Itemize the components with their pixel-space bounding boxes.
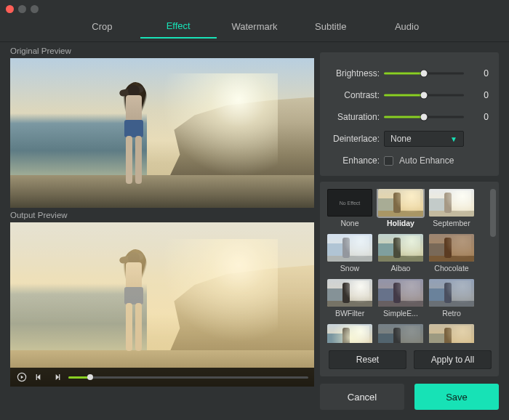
reset-button[interactable]: Reset — [329, 350, 406, 369]
filter-raindrop[interactable]: RainDrop — [378, 324, 423, 343]
contrast-label: Contrast: — [330, 90, 384, 100]
contrast-value: 0 — [464, 90, 489, 100]
filter-simplee[interactable]: SimpleE... — [378, 279, 423, 320]
filter-bwfilter[interactable]: BWFilter — [327, 279, 372, 320]
filter-holiday-thumb — [378, 189, 423, 217]
window-close-icon[interactable] — [6, 5, 14, 13]
contrast-row: Contrast: 0 — [330, 84, 489, 106]
prev-frame-button[interactable] — [33, 371, 45, 383]
filter-snow[interactable]: Snow — [327, 234, 372, 275]
original-preview-label: Original Preview — [10, 44, 313, 58]
brightness-label: Brightness: — [330, 68, 384, 78]
auto-enhance-checkbox[interactable] — [384, 156, 393, 166]
saturation-label: Saturation: — [330, 112, 384, 122]
filter-chocolate-label: Chocolate — [429, 262, 474, 272]
window-minimize-icon[interactable] — [18, 5, 26, 13]
brightness-row: Brightness: 0 — [330, 62, 489, 84]
filter-september-label: September — [429, 217, 474, 227]
chevron-down-icon: ▼ — [450, 135, 457, 143]
svg-rect-1 — [36, 374, 37, 380]
filters-scrollbar[interactable] — [490, 189, 496, 336]
filters-panel: No Effect None Holiday September — [320, 182, 499, 376]
auto-enhance-label: Auto Enhance — [399, 156, 454, 166]
preview-column: Original Preview Output Preview — [0, 42, 320, 420]
filter-glow[interactable]: Glow — [327, 324, 372, 343]
filter-september[interactable]: September — [429, 189, 474, 230]
tab-effect[interactable]: Effect — [140, 20, 217, 39]
filter-simplee-label: SimpleE... — [378, 307, 423, 318]
enhance-row: Enhance: Auto Enhance — [330, 150, 489, 171]
footer-actions: Cancel Save — [320, 376, 509, 420]
filter-bwfilter-label: BWFilter — [327, 307, 372, 318]
cancel-button[interactable]: Cancel — [320, 384, 404, 410]
deinterlace-selected: None — [390, 134, 412, 144]
apply-to-all-button[interactable]: Apply to All — [414, 350, 492, 369]
transport-bar — [10, 368, 314, 387]
adjustments-panel: Brightness: 0 Contrast: 0 Saturation: — [320, 52, 499, 176]
tab-crop[interactable]: Crop — [64, 21, 140, 38]
filter-fuzzyimg[interactable]: FuzzyImg — [429, 324, 474, 343]
filter-aibao[interactable]: Aibao — [378, 234, 423, 275]
filters-wrap: No Effect None Holiday September — [320, 182, 499, 376]
tab-subtitle[interactable]: Subtitle — [292, 21, 369, 38]
enhance-label: Enhance: — [330, 156, 384, 166]
filter-holiday[interactable]: Holiday — [378, 189, 423, 230]
deinterlace-label: Deinterlace: — [330, 134, 384, 144]
filter-aibao-label: Aibao — [378, 262, 423, 272]
filter-none-label: None — [327, 217, 372, 227]
original-scene — [10, 58, 314, 208]
body: Original Preview Output Preview — [0, 42, 509, 420]
seek-bar[interactable] — [68, 376, 308, 379]
tab-watermark[interactable]: Watermark — [217, 21, 293, 38]
deinterlace-row: Deinterlace: None ▼ — [330, 128, 489, 150]
saturation-value: 0 — [464, 112, 489, 122]
filter-retro-label: Retro — [429, 307, 474, 318]
filter-actions: Reset Apply to All — [327, 343, 493, 371]
filter-retro[interactable]: Retro — [429, 279, 474, 320]
filter-chocolate[interactable]: Chocolate — [429, 234, 474, 275]
saturation-row: Saturation: 0 — [330, 106, 489, 128]
right-column: Brightness: 0 Contrast: 0 Saturation: — [320, 42, 509, 420]
tab-audio[interactable]: Audio — [369, 21, 445, 38]
brightness-slider[interactable] — [384, 68, 464, 78]
play-button[interactable] — [16, 371, 28, 383]
tab-bar: Crop Effect Watermark Subtitle Audio — [0, 17, 509, 42]
filters-scroll-thumb[interactable] — [490, 189, 496, 237]
output-scene — [10, 222, 314, 387]
filter-none[interactable]: No Effect None — [327, 189, 372, 230]
output-preview — [10, 222, 314, 387]
brightness-value: 0 — [464, 68, 489, 78]
window-zoom-icon[interactable] — [31, 5, 39, 13]
titlebar — [0, 0, 509, 17]
deinterlace-select[interactable]: None ▼ — [384, 131, 464, 147]
filter-holiday-label: Holiday — [378, 217, 423, 227]
next-frame-button[interactable] — [51, 371, 63, 383]
original-preview — [10, 58, 314, 208]
editor-window: Crop Effect Watermark Subtitle Audio Ori… — [0, 0, 509, 420]
svg-rect-2 — [59, 374, 60, 380]
saturation-slider[interactable] — [384, 112, 464, 122]
filter-snow-label: Snow — [327, 262, 372, 272]
save-button[interactable]: Save — [414, 384, 499, 410]
output-preview-label: Output Preview — [10, 208, 313, 222]
filters-grid: No Effect None Holiday September — [327, 189, 493, 343]
filter-none-thumb: No Effect — [327, 189, 372, 217]
contrast-slider[interactable] — [384, 90, 464, 100]
seek-knob[interactable] — [87, 374, 93, 380]
